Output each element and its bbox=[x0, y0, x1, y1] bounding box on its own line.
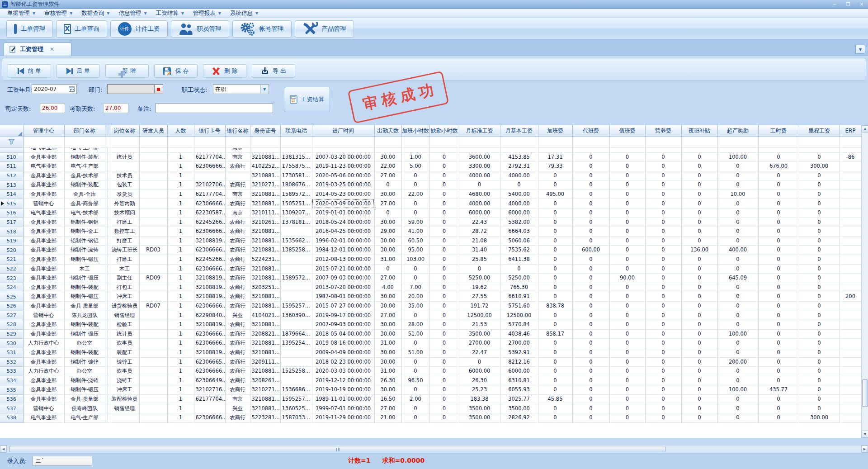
cell[interactable]: 3210881... bbox=[250, 339, 280, 348]
cell[interactable]: 0 bbox=[609, 227, 645, 237]
cell[interactable]: 62306666... bbox=[194, 199, 225, 208]
cell[interactable] bbox=[139, 147, 167, 152]
table-row[interactable]: 513金具事业部钢制件-装配包装工132102706...农商行3210271.… bbox=[0, 180, 861, 190]
calendar-icon[interactable] bbox=[69, 86, 75, 92]
cell[interactable] bbox=[840, 208, 861, 218]
filter-cell[interactable] bbox=[312, 137, 374, 147]
cell[interactable]: 32108819... bbox=[194, 283, 225, 292]
cell[interactable]: 农商行 bbox=[225, 320, 250, 330]
row-number-cell[interactable]: 525 bbox=[0, 292, 23, 302]
cell[interactable]: 3210881... bbox=[250, 189, 280, 199]
cell[interactable]: 销售经理 bbox=[110, 311, 139, 320]
cell[interactable]: 0 bbox=[645, 180, 681, 190]
filter-cell[interactable] bbox=[840, 137, 861, 147]
cell[interactable]: 0 bbox=[681, 162, 717, 171]
cell[interactable]: 1999-07-01 00:00:00 bbox=[312, 404, 374, 413]
cell[interactable]: 0 bbox=[645, 189, 681, 199]
cell[interactable]: 0 bbox=[717, 320, 758, 330]
cell[interactable]: 30.00 bbox=[374, 152, 401, 162]
cell[interactable]: 钢制件-金工 bbox=[64, 227, 105, 237]
cell[interactable]: 62177704... bbox=[194, 189, 225, 199]
cell[interactable]: 0 bbox=[681, 367, 717, 376]
cell[interactable]: 645.09 bbox=[717, 274, 758, 283]
cell[interactable] bbox=[105, 376, 110, 385]
cell[interactable]: 6000.00 bbox=[459, 367, 500, 376]
table-row[interactable]: 535金具事业部钢制件-锻压冲床工132102716...农商行3210271.… bbox=[0, 385, 861, 395]
cell[interactable]: 打磨工 bbox=[110, 218, 139, 227]
cell[interactable]: 0 bbox=[538, 404, 572, 413]
close-icon[interactable]: ✕ bbox=[857, 1, 866, 8]
cell[interactable]: 0 bbox=[429, 162, 459, 171]
cell[interactable]: 1525258... bbox=[280, 367, 312, 376]
table-row[interactable]: 533人力行政中心办公室炊事员162306666...农商行3210881...… bbox=[0, 367, 861, 376]
cell[interactable]: 4000.00 bbox=[500, 199, 538, 208]
cell[interactable]: 30.00 bbox=[374, 236, 401, 246]
cell[interactable] bbox=[312, 147, 374, 152]
cell[interactable]: 0 bbox=[717, 376, 758, 385]
cell[interactable]: 1595257... bbox=[280, 302, 312, 311]
toolbar-button-工单管理[interactable]: 工单管理 bbox=[6, 20, 53, 38]
cell[interactable] bbox=[280, 320, 312, 330]
table-row[interactable]: 526金具事业部金具-质量部进货检验员RD07162306666...农商行32… bbox=[0, 302, 861, 311]
chevron-down-icon[interactable]: ▼ bbox=[260, 85, 268, 93]
cell[interactable]: 0 bbox=[799, 264, 840, 274]
cell[interactable]: 进货检验员 bbox=[110, 302, 139, 311]
cell[interactable]: 0 bbox=[645, 357, 681, 367]
row-number-cell[interactable]: 520 bbox=[0, 246, 23, 255]
cell[interactable] bbox=[139, 385, 167, 395]
cell[interactable]: 0 bbox=[538, 348, 572, 357]
cell[interactable]: 0 bbox=[429, 264, 459, 274]
cell[interactable]: 28.00 bbox=[401, 320, 429, 330]
cell[interactable]: -86 bbox=[840, 152, 861, 162]
cell[interactable] bbox=[139, 236, 167, 246]
cell[interactable]: 62306666... bbox=[194, 413, 225, 423]
cell[interactable]: 62230587... bbox=[194, 208, 225, 218]
cell[interactable]: 0 bbox=[799, 302, 840, 311]
cell[interactable]: 0 bbox=[717, 367, 758, 376]
cell[interactable]: 0 bbox=[681, 413, 717, 423]
cell[interactable]: 0 bbox=[538, 171, 572, 180]
column-header-研发人员[interactable]: 研发人员 bbox=[139, 125, 167, 137]
cell[interactable]: 1360390... bbox=[280, 311, 312, 320]
column-header-管理中心[interactable]: 管理中心 bbox=[23, 125, 64, 137]
cell[interactable] bbox=[139, 162, 167, 171]
row-number-cell[interactable]: 512 bbox=[0, 171, 23, 180]
cell[interactable]: 0 bbox=[609, 189, 645, 199]
cell[interactable]: 0 bbox=[609, 162, 645, 171]
row-number-cell[interactable]: 521 bbox=[0, 255, 23, 265]
cell[interactable]: 金具事业部 bbox=[23, 292, 64, 302]
cell[interactable]: 0 bbox=[758, 339, 799, 348]
cell[interactable]: 0 bbox=[681, 292, 717, 302]
department-picker-icon[interactable] bbox=[154, 85, 162, 93]
cell[interactable]: 3210881... bbox=[250, 292, 280, 302]
menu-item-信息管理[interactable]: 信息管理▼ bbox=[114, 9, 151, 18]
row-number-cell[interactable]: 523 bbox=[0, 274, 23, 283]
cell[interactable]: 钢制件-装配 bbox=[64, 320, 105, 330]
cell[interactable]: 3208261... bbox=[250, 376, 280, 385]
cell[interactable]: 0 bbox=[717, 292, 758, 302]
cell[interactable]: 0 bbox=[538, 264, 572, 274]
cell[interactable]: 1 bbox=[167, 283, 194, 292]
cell[interactable]: 4680.00 bbox=[459, 189, 500, 199]
cell[interactable]: 0 bbox=[645, 292, 681, 302]
row-number-cell[interactable]: 513 bbox=[0, 180, 23, 190]
cell[interactable]: 0 bbox=[681, 152, 717, 162]
cell[interactable]: 0 bbox=[799, 394, 840, 404]
cell[interactable]: 0 bbox=[609, 255, 645, 265]
cell[interactable]: 28.72 bbox=[459, 227, 500, 237]
cell[interactable]: 2020-03-03 00:00:00 bbox=[312, 367, 374, 376]
cell[interactable]: 0 bbox=[401, 339, 429, 348]
cell[interactable]: 0 bbox=[717, 283, 758, 292]
cell[interactable]: 炊事员 bbox=[110, 339, 139, 348]
cell[interactable]: RD03 bbox=[139, 246, 167, 255]
cell[interactable]: 金具-仓库 bbox=[64, 189, 105, 199]
cell[interactable]: 32108819... bbox=[194, 292, 225, 302]
cell[interactable]: 南京 bbox=[225, 189, 250, 199]
cell[interactable]: 电气-生产部 bbox=[64, 147, 105, 152]
cell[interactable]: 0 bbox=[758, 274, 799, 283]
cell[interactable]: 0 bbox=[645, 311, 681, 320]
cell[interactable]: 0 bbox=[609, 218, 645, 227]
cell[interactable]: 4038.46 bbox=[500, 329, 538, 339]
cell[interactable]: 0 bbox=[799, 255, 840, 265]
cell[interactable]: 南京 bbox=[225, 394, 250, 404]
